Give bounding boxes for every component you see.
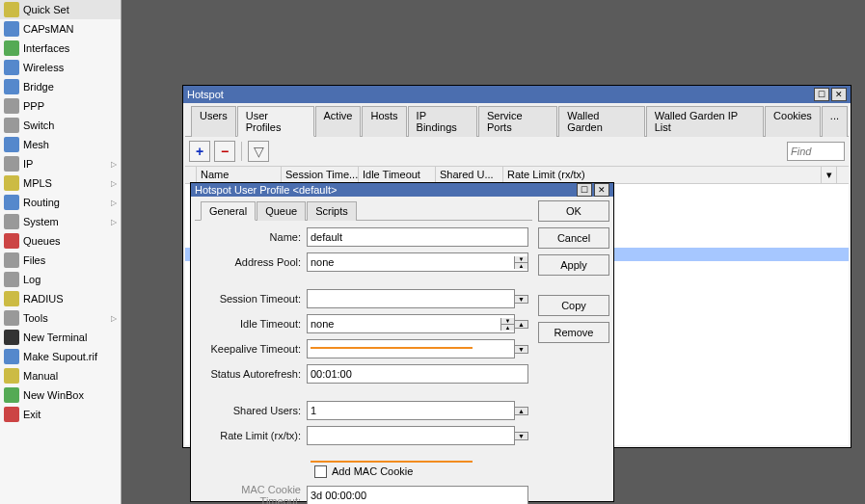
keepalive-timeout-input[interactable] bbox=[307, 339, 515, 358]
sidebar-item-radius[interactable]: RADIUS bbox=[0, 289, 121, 308]
sidebar-item-switch[interactable]: Switch bbox=[0, 116, 121, 135]
remove-profile-button[interactable]: Remove bbox=[538, 322, 609, 343]
sidebar-item-mpls[interactable]: MPLS▷ bbox=[0, 173, 121, 193]
dialog-minimize-button[interactable]: ☐ bbox=[577, 183, 592, 197]
tab-active[interactable]: Active bbox=[315, 106, 362, 137]
column-header[interactable]: Session Time... bbox=[282, 167, 359, 183]
tab-service-ports[interactable]: Service Ports bbox=[478, 106, 557, 137]
column-header[interactable] bbox=[185, 167, 197, 183]
sidebar-item-label: Interfaces bbox=[23, 42, 69, 54]
name-input[interactable]: default bbox=[307, 227, 528, 247]
name-label: Name: bbox=[199, 231, 307, 243]
sidebar-item-routing[interactable]: Routing▷ bbox=[0, 193, 121, 212]
copy-button[interactable]: Copy bbox=[538, 295, 609, 316]
sidebar-item-label: IP bbox=[23, 158, 33, 170]
sidebar-item-new-winbox[interactable]: New WinBox bbox=[0, 385, 121, 405]
idle-timeout-up-icon[interactable]: ▲ bbox=[501, 325, 514, 331]
mac-cookie-timeout-input[interactable]: 3d 00:00:00 bbox=[307, 486, 528, 504]
profile-tab-scripts[interactable]: Scripts bbox=[307, 201, 357, 221]
remove-button[interactable]: − bbox=[214, 141, 235, 162]
sidebar-item-manual[interactable]: Manual bbox=[0, 366, 121, 385]
tab-hosts[interactable]: Hosts bbox=[362, 106, 406, 137]
mac-cookie-timeout-label: MAC Cookie Timeout: bbox=[199, 484, 307, 504]
tab-users[interactable]: Users bbox=[191, 106, 236, 137]
sidebar-item-label: PPP bbox=[23, 100, 44, 112]
column-menu-icon[interactable]: ▾ bbox=[822, 167, 837, 183]
sidebar-item-bridge[interactable]: Bridge bbox=[0, 77, 121, 96]
sidebar-item-mesh[interactable]: Mesh bbox=[0, 135, 121, 154]
keepalive-timeout-expand-icon[interactable]: ▼ bbox=[515, 345, 528, 354]
address-pool-select[interactable]: none▼▲ bbox=[307, 252, 528, 272]
find-input[interactable] bbox=[787, 142, 845, 161]
column-header[interactable]: Idle Timeout bbox=[359, 167, 436, 183]
sidebar-item-system[interactable]: System▷ bbox=[0, 212, 121, 231]
add-button[interactable]: + bbox=[189, 141, 210, 162]
ok-button[interactable]: OK bbox=[538, 200, 609, 222]
profile-tab-queue[interactable]: Queue bbox=[257, 201, 306, 221]
rate-limit-expand-icon[interactable]: ▼ bbox=[515, 432, 528, 440]
sidebar-item-capsman[interactable]: CAPsMAN bbox=[0, 19, 121, 39]
sidebar-item-wireless[interactable]: Wireless bbox=[0, 58, 121, 77]
dialog-close-button[interactable]: ✕ bbox=[594, 183, 609, 197]
sidebar-item-label: Tools bbox=[23, 312, 48, 324]
idle-timeout-expand-icon[interactable]: ▲ bbox=[515, 320, 528, 329]
sidebar-item-queues[interactable]: Queues bbox=[0, 231, 121, 251]
caps-icon bbox=[4, 21, 19, 37]
filter-button[interactable]: ▽ bbox=[248, 141, 269, 162]
profile-buttons: OK Cancel Apply Copy Remove bbox=[532, 200, 609, 504]
shared-users-input[interactable]: 1 bbox=[307, 401, 515, 420]
log-icon bbox=[4, 272, 19, 287]
hotspot-title: Hotspot bbox=[187, 89, 812, 100]
wand-icon bbox=[4, 2, 19, 17]
chevron-right-icon: ▷ bbox=[111, 218, 117, 226]
hotspot-titlebar: Hotspot ☐ ✕ bbox=[183, 86, 851, 103]
minimize-button[interactable]: ☐ bbox=[814, 88, 829, 101]
tab-ip-bindings[interactable]: IP Bindings bbox=[408, 106, 477, 137]
switch-icon bbox=[4, 118, 19, 133]
shared-users-expand-icon[interactable]: ▲ bbox=[515, 407, 528, 415]
close-button[interactable]: ✕ bbox=[831, 88, 847, 101]
idle-timeout-dropdown-icon[interactable]: ▼ bbox=[501, 318, 514, 325]
sidebar-item-label: MPLS bbox=[23, 177, 52, 189]
sidebar-item-log[interactable]: Log bbox=[0, 270, 121, 289]
cancel-button[interactable]: Cancel bbox=[538, 227, 609, 249]
status-autorefresh-label: Status Autorefresh: bbox=[199, 368, 307, 380]
tab-cookies[interactable]: Cookies bbox=[765, 106, 821, 137]
chevron-right-icon: ▷ bbox=[111, 199, 117, 207]
sidebar-item-new-terminal[interactable]: New Terminal bbox=[0, 328, 121, 347]
profile-body: GeneralQueueScripts Name: default Addres… bbox=[191, 197, 613, 504]
add-mac-cookie-checkbox[interactable] bbox=[314, 465, 327, 478]
sidebar-item-interfaces[interactable]: Interfaces bbox=[0, 39, 121, 58]
address-pool-dropdown-icon[interactable]: ▼ bbox=[515, 256, 527, 263]
profile-tab-general[interactable]: General bbox=[201, 201, 256, 221]
session-timeout-input[interactable] bbox=[307, 289, 515, 308]
profile-form: Name: default Address Pool: none▼▲ Sessi… bbox=[195, 221, 532, 504]
sidebar-item-files[interactable]: Files bbox=[0, 251, 121, 270]
rate-limit-input[interactable] bbox=[307, 426, 515, 445]
address-pool-up-icon[interactable]: ▲ bbox=[515, 263, 527, 269]
tab-walled-garden[interactable]: Walled Garden bbox=[558, 106, 645, 137]
column-header[interactable]: Name bbox=[197, 167, 282, 183]
winbox-icon bbox=[4, 387, 19, 403]
sidebar-item-tools[interactable]: Tools▷ bbox=[0, 308, 121, 328]
sidebar-item-ppp[interactable]: PPP bbox=[0, 96, 121, 116]
tab-user-profiles[interactable]: User Profiles bbox=[237, 106, 314, 137]
status-autorefresh-input[interactable]: 00:01:00 bbox=[307, 364, 528, 384]
sidebar-item-quick-set[interactable]: Quick Set bbox=[0, 0, 121, 19]
tab-walled-garden-ip-list[interactable]: Walled Garden IP List bbox=[646, 106, 764, 137]
apply-button[interactable]: Apply bbox=[538, 254, 609, 276]
column-header[interactable]: Shared U... bbox=[436, 167, 503, 183]
terminal-icon bbox=[4, 330, 19, 345]
queues-icon bbox=[4, 233, 19, 249]
sidebar-item-exit[interactable]: Exit bbox=[0, 405, 121, 424]
profile-title: Hotspot User Profile <default> bbox=[195, 184, 575, 196]
session-timeout-expand-icon[interactable]: ▼ bbox=[515, 295, 528, 304]
sidebar-item-ip[interactable]: IP▷ bbox=[0, 154, 121, 173]
sidebar-item-make-supout-rif[interactable]: Make Supout.rif bbox=[0, 347, 121, 366]
idle-timeout-select[interactable]: none▼▲ bbox=[307, 314, 515, 333]
column-header[interactable]: Rate Limit (rx/tx) bbox=[503, 167, 822, 183]
interfaces-icon bbox=[4, 40, 19, 56]
rate-limit-label: Rate Limit (rx/tx): bbox=[199, 430, 307, 441]
sidebar-item-label: New Terminal bbox=[23, 332, 87, 343]
tab--[interactable]: ... bbox=[822, 106, 848, 137]
